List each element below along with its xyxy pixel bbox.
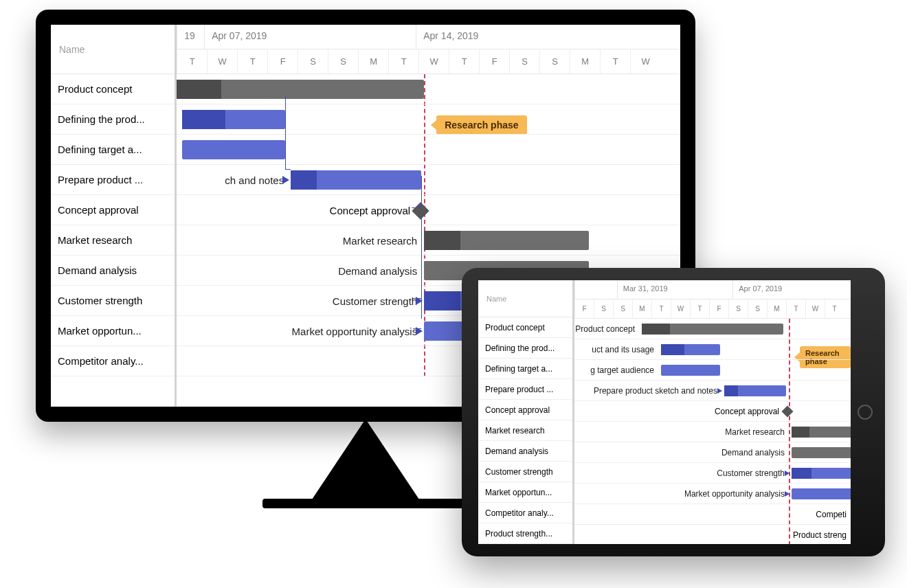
chart-row[interactable]: Competi (574, 504, 851, 525)
task-progress (724, 385, 738, 396)
day-header: S (509, 49, 539, 74)
task-bar[interactable]: uct and its usage (661, 344, 720, 355)
day-header: F (479, 49, 509, 74)
day-header: S (539, 49, 570, 74)
chart-row[interactable] (177, 135, 680, 165)
task-bar[interactable]: Product concept (642, 324, 783, 335)
timeline-column[interactable]: Mar 31, 2019 Apr 07, 2019 FSSMTWTFSSMTWT… (574, 280, 851, 544)
day-header: T (825, 299, 844, 318)
day-header: T (690, 299, 709, 318)
dependency-connector (412, 207, 421, 208)
day-header: M (767, 299, 786, 318)
tablet-screen: Name Product conceptDefining the prod...… (478, 280, 851, 544)
chart-row[interactable]: Concept approval (574, 401, 851, 422)
task-bar-label: ch and notes (225, 174, 284, 186)
task-name[interactable]: Market opportun... (51, 316, 175, 346)
task-name[interactable]: Market opportun... (478, 482, 572, 503)
chart-row[interactable]: Prepare product sketch and notes (574, 381, 851, 401)
overflow-task-label: Product streng (793, 530, 847, 540)
task-progress (291, 170, 317, 190)
tablet-bezel: Name Product conceptDefining the prod...… (462, 268, 885, 556)
task-name[interactable]: Product concept (478, 317, 572, 338)
day-header: F (574, 299, 594, 318)
task-name[interactable]: Competitor analy... (478, 503, 572, 523)
task-name[interactable]: Prepare product ... (51, 165, 175, 195)
task-name[interactable]: Product strength... (478, 523, 572, 544)
chart-row[interactable]: Market opportunity analysis (574, 484, 851, 504)
task-name[interactable]: Market research (51, 225, 175, 256)
task-name[interactable]: Defining the prod... (51, 104, 175, 135)
task-bar[interactable]: ch and notes (291, 170, 421, 190)
task-name[interactable]: Demand analysis (478, 441, 572, 462)
task-name[interactable]: Competitor analy... (51, 346, 175, 376)
task-bar[interactable]: Market research (792, 427, 851, 438)
task-bar[interactable] (182, 140, 285, 159)
task-progress (792, 468, 811, 479)
task-name[interactable]: Prepare product ... (478, 379, 572, 400)
dependency-connector (413, 298, 421, 299)
task-name-column: Name Product conceptDefining the prod...… (51, 25, 177, 407)
milestone-diamond-icon[interactable] (412, 202, 429, 219)
task-name[interactable]: Defining target a... (478, 359, 572, 379)
day-header: W (418, 49, 449, 74)
chart-row[interactable]: Product concept (574, 319, 851, 339)
task-name-column: Name Product conceptDefining the prod...… (478, 280, 574, 544)
chart-row[interactable]: Product streng (574, 525, 851, 544)
tablet-home-button[interactable] (858, 405, 873, 420)
task-progress (177, 80, 221, 99)
monitor-base (262, 499, 469, 508)
task-progress (661, 344, 684, 355)
task-bar[interactable] (182, 110, 285, 129)
day-header: S (594, 299, 613, 318)
task-name[interactable]: Concept approval (51, 195, 175, 225)
day-header: T (237, 49, 267, 74)
dependency-arrow-icon (717, 388, 722, 394)
task-bar[interactable]: Demand analysis (792, 447, 851, 458)
dependency-arrow-icon (785, 491, 790, 497)
task-bar-label: Customer strength (333, 295, 417, 307)
task-name[interactable]: Customer strength (478, 462, 572, 482)
chart-row[interactable]: Demand analysis (574, 442, 851, 463)
dependency-connector (421, 217, 422, 319)
chart-row[interactable]: Customer strength (574, 463, 851, 484)
task-name[interactable]: Defining the prod... (478, 338, 572, 359)
task-name-rows: Product conceptDefining the prod...Defin… (51, 74, 175, 376)
chart-row[interactable]: ch and notes (177, 165, 680, 195)
task-bar[interactable] (177, 80, 424, 99)
task-bar-label: uct and its usage (592, 345, 654, 354)
task-bar-label: g target audience (590, 365, 654, 375)
task-name[interactable]: Product concept (51, 74, 175, 104)
task-name[interactable]: Market research (478, 420, 572, 441)
day-header: T (600, 49, 630, 74)
task-bar-label: Market opportunity analysis (684, 489, 785, 499)
chart-row[interactable] (177, 104, 680, 135)
task-name[interactable]: Defining target a... (51, 135, 175, 165)
chart-row[interactable]: Concept approval (177, 195, 680, 225)
task-name[interactable]: Customer strength (51, 286, 175, 316)
task-bar[interactable]: Prepare product sketch and notes (724, 385, 786, 396)
milestone-diamond-icon[interactable] (782, 406, 794, 418)
chart-row[interactable]: Market research (177, 225, 680, 256)
day-header: T (651, 299, 671, 318)
task-name[interactable]: Concept approval (478, 400, 572, 420)
chart-row[interactable]: g target audience (574, 360, 851, 381)
day-header: T (786, 299, 805, 318)
task-bar[interactable]: g target audience (661, 365, 720, 376)
task-bar[interactable]: Market research (424, 231, 589, 250)
task-bar[interactable]: Market opportunity analysis (792, 488, 851, 499)
week-label: Mar 31, 2019 (617, 280, 732, 299)
task-bar[interactable]: Customer strength (792, 468, 851, 479)
chart-row[interactable]: Market research (574, 422, 851, 442)
day-header: M (570, 49, 600, 74)
dependency-connector (285, 169, 291, 170)
milestone-label: Concept approval (715, 407, 779, 416)
dependency-arrow-icon (785, 471, 790, 476)
gantt-chart-tablet[interactable]: Name Product conceptDefining the prod...… (478, 280, 851, 544)
task-name[interactable]: Demand analysis (51, 256, 175, 286)
week-gap (574, 280, 617, 299)
task-progress (182, 110, 225, 129)
task-bar-label: Market research (725, 427, 785, 437)
chart-row[interactable] (177, 74, 680, 104)
chart-row[interactable]: uct and its usage (574, 339, 851, 360)
day-header: W (207, 49, 237, 74)
